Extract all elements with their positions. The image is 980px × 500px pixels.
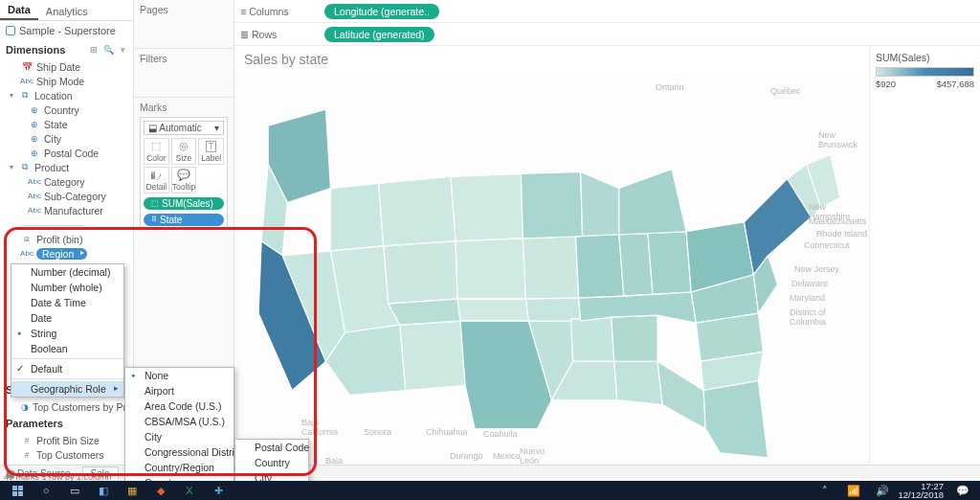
set-top-customers-profit[interactable]: ◑Top Customers by Pro xyxy=(0,399,133,414)
hierarchy-icon: ⧉ xyxy=(19,162,31,172)
map-label: New Brunswick xyxy=(818,130,858,149)
columns-icon: ≡ xyxy=(240,6,246,17)
collapse-icon[interactable]: ▾ xyxy=(10,91,13,100)
taskbar-app[interactable]: X xyxy=(176,481,203,500)
color-legend[interactable]: SUM(Sales) $920 $457,688 xyxy=(870,46,980,481)
action-center-icon[interactable]: 💬 xyxy=(949,481,976,500)
svg-marker-11 xyxy=(400,321,465,390)
menu-item-string[interactable]: String xyxy=(11,326,123,341)
menu-item-airport[interactable]: Airport xyxy=(125,383,234,398)
menu-item-boolean[interactable]: Boolean xyxy=(11,341,123,356)
map-label: Durango xyxy=(450,451,483,461)
field-ship-mode[interactable]: AbcShip Mode xyxy=(0,74,133,88)
field-hidden: ───────── xyxy=(0,217,133,232)
color-icon: ⬚ xyxy=(151,199,159,208)
menu-item-none[interactable]: None xyxy=(125,368,234,383)
menu-item-cf-country[interactable]: Country xyxy=(235,455,308,470)
field-postal-code[interactable]: ⊕Postal Code xyxy=(0,146,133,160)
menu-item-country-region[interactable]: Country/Region xyxy=(125,460,234,475)
menu-item-area-code[interactable]: Area Code (U.S.) xyxy=(125,398,234,414)
data-pane: Data Analytics Sample - Superstore Dimen… xyxy=(0,0,134,481)
taskbar-app[interactable]: ◆ xyxy=(147,481,174,500)
rows-pill-latitude[interactable]: Latitude (generated) xyxy=(324,27,434,42)
globe-icon: ⊕ xyxy=(29,134,40,144)
field-subcategory[interactable]: AbcSub-Category xyxy=(0,189,133,203)
menu-item-number-whole[interactable]: Number (whole) xyxy=(11,280,123,295)
menu-item-cf-postal[interactable]: Postal Code xyxy=(235,440,308,455)
menu-item-city[interactable]: City xyxy=(125,429,234,444)
parameters-label: Parameters xyxy=(6,418,63,429)
marks-pill-sum-sales[interactable]: ⬚SUM(Sales) xyxy=(144,197,224,210)
field-profit-bin[interactable]: ⧇Profit (bin) xyxy=(0,232,133,246)
dimensions-tools[interactable]: ⊞ 🔍 ▾ xyxy=(90,45,127,55)
svg-marker-19 xyxy=(571,317,614,361)
menu-item-congressional-district[interactable]: Congressional District (U.S.) xyxy=(125,444,234,460)
taskbar-clock[interactable]: 17:27 12/12/2018 xyxy=(898,482,947,500)
field-region[interactable]: AbcRegion xyxy=(0,246,133,261)
taskbar-app[interactable]: ▦ xyxy=(119,481,145,500)
tab-data[interactable]: Data xyxy=(0,1,38,20)
field-state[interactable]: ⊕State xyxy=(0,117,133,131)
mark-detail-button[interactable]: �⵰Detail xyxy=(144,167,169,193)
mark-size-button[interactable]: ◎Size xyxy=(171,138,197,165)
map-viz[interactable]: United States xyxy=(234,73,869,481)
filters-shelf[interactable]: Filters xyxy=(140,53,228,64)
svg-marker-24 xyxy=(521,171,582,238)
dimensions-label: Dimensions xyxy=(6,44,65,56)
region-pill[interactable]: Region xyxy=(36,248,87,260)
marks-card: ⬓ Automatic▾ ⬚Color ◎Size 🅃Label �⵰Detai… xyxy=(140,117,228,230)
map-label: Connecticut xyxy=(804,240,850,250)
pages-shelf[interactable]: Pages xyxy=(140,4,228,15)
svg-marker-6 xyxy=(379,176,456,245)
columns-shelf[interactable]: ≡Columns Longitude (generate.. xyxy=(234,0,980,23)
param-profit-bin-size[interactable]: #Profit Bin Size xyxy=(0,433,133,447)
menu-item-number-decimal[interactable]: Number (decimal) xyxy=(11,264,123,280)
mark-label-button[interactable]: 🅃Label xyxy=(198,138,224,165)
svg-marker-5 xyxy=(330,184,383,251)
menu-item-date[interactable]: Date xyxy=(11,310,123,326)
field-product-hierarchy[interactable]: ▾⧉Product xyxy=(0,160,133,174)
svg-marker-18 xyxy=(525,298,580,321)
mark-type-dropdown[interactable]: ⬓ Automatic▾ xyxy=(144,121,224,135)
tab-analytics[interactable]: Analytics xyxy=(38,3,96,20)
map-label: Maryland xyxy=(790,293,825,303)
worksheet-title[interactable]: Sales by state xyxy=(234,46,869,73)
abc-icon: Abc xyxy=(29,206,40,215)
task-view-button[interactable]: ▭ xyxy=(61,481,88,500)
mark-tooltip-button[interactable]: 💬Tooltip xyxy=(171,167,197,193)
map-label: Chihuahua xyxy=(426,427,468,437)
tray-up-icon[interactable]: ˄ xyxy=(812,481,838,500)
taskbar-app[interactable]: ◧ xyxy=(90,481,117,500)
globe-icon: ⊕ xyxy=(29,148,40,158)
columns-pill-longitude[interactable]: Longitude (generate.. xyxy=(324,4,439,19)
datasource-name: Sample - Superstore xyxy=(19,25,116,36)
menu-item-cbsa[interactable]: CBSA/MSA (U.S.) xyxy=(125,414,234,429)
marks-pill-state[interactable]: ⠿State xyxy=(144,214,224,226)
field-ship-date[interactable]: 📅Ship Date xyxy=(0,59,133,74)
globe-icon: ⊕ xyxy=(29,105,40,115)
tray-network-icon[interactable]: 📶 xyxy=(840,481,867,500)
field-country[interactable]: ⊕Country xyxy=(0,102,133,117)
cortana-button[interactable]: ○ xyxy=(33,481,59,500)
field-location-hierarchy[interactable]: ▾⧉Location xyxy=(0,88,133,102)
rows-shelf[interactable]: ≣Rows Latitude (generated) xyxy=(234,23,980,46)
field-city[interactable]: ⊕City xyxy=(0,131,133,146)
menu-item-date-time[interactable]: Date & Time xyxy=(11,295,123,310)
abc-icon: Abc xyxy=(29,177,40,186)
map-label: Québec xyxy=(770,86,801,96)
menu-item-geographic-role[interactable]: Geographic Role xyxy=(11,381,123,397)
map-label: Mexico xyxy=(493,451,521,461)
menu-item-default[interactable]: Default xyxy=(11,361,123,376)
field-category[interactable]: AbcCategory xyxy=(0,174,133,189)
datatype-context-menu: Number (decimal) Number (whole) Date & T… xyxy=(11,263,124,398)
collapse-icon[interactable]: ▾ xyxy=(10,163,13,171)
taskbar-tableau[interactable]: ✚ xyxy=(205,481,232,500)
map-label: New Jersey xyxy=(794,264,839,274)
param-top-customers[interactable]: #Top Customers xyxy=(0,447,133,462)
field-manufacturer[interactable]: AbcManufacturer xyxy=(0,203,133,217)
tray-volume-icon[interactable]: 🔊 xyxy=(869,481,896,500)
datasource-row[interactable]: Sample - Superstore xyxy=(0,21,133,40)
abc-icon: Abc xyxy=(21,77,33,85)
mark-color-button[interactable]: ⬚Color xyxy=(144,138,169,165)
start-button[interactable] xyxy=(4,481,31,500)
